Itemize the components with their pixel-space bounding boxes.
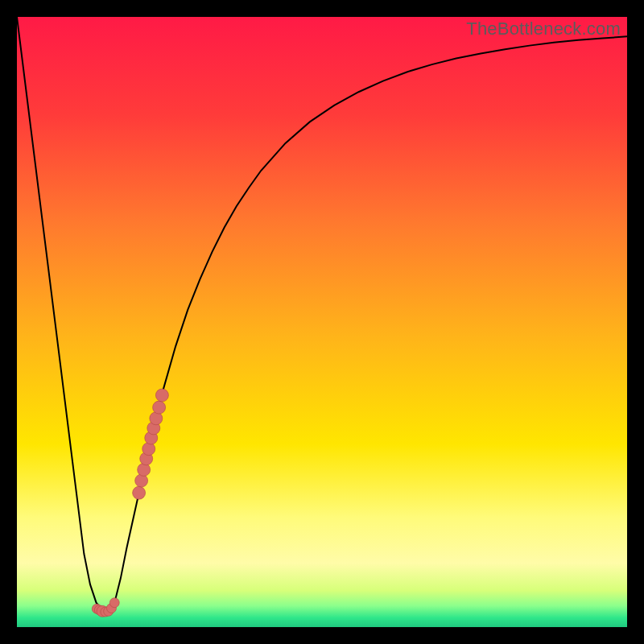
chart-frame: TheBottleneck.com [0, 0, 644, 644]
data-point [138, 463, 151, 476]
data-point [133, 486, 146, 499]
data-point [142, 443, 155, 456]
data-point [135, 474, 148, 487]
data-point [153, 401, 166, 414]
gradient-background [17, 17, 627, 627]
plot-area: TheBottleneck.com [17, 17, 627, 627]
data-point [155, 389, 168, 402]
data-point [109, 598, 119, 608]
bottleneck-chart [17, 17, 627, 627]
